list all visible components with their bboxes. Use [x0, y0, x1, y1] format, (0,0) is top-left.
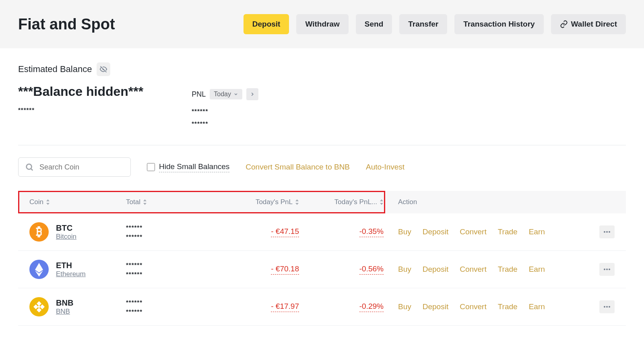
col-header-pnl[interactable]: Today's PnL — [219, 198, 307, 206]
svg-point-4 — [604, 269, 605, 270]
estimated-balance-label: Estimated Balance — [18, 64, 92, 74]
svg-point-0 — [27, 164, 32, 170]
total-hidden-2: ****** — [126, 271, 219, 277]
pnl-value: - €17.97 — [271, 302, 299, 312]
chevron-right-icon — [250, 91, 255, 97]
pnl-pct-value: -0.35% — [359, 227, 384, 237]
trade-link[interactable]: Trade — [498, 302, 518, 311]
pnl-value: - €70.18 — [271, 265, 299, 275]
chevron-down-icon — [233, 92, 238, 97]
earn-link[interactable]: Earn — [529, 265, 545, 274]
more-actions-button[interactable] — [599, 300, 615, 313]
balance-left: ***Balance hidden*** ****** — [18, 84, 143, 113]
svg-point-1 — [604, 231, 605, 233]
coin-name-link[interactable]: Bitcoin — [56, 233, 76, 241]
deposit-link[interactable]: Deposit — [423, 302, 448, 311]
balance-hidden-text: ***Balance hidden*** — [18, 84, 143, 99]
toggle-visibility-button[interactable] — [97, 62, 110, 76]
filters-row: Hide Small Balances Convert Small Balanc… — [18, 157, 626, 177]
hide-small-balances-wrap: Hide Small Balances — [147, 162, 229, 172]
balance-area: ***Balance hidden*** ****** PNL Today ** — [18, 84, 626, 127]
table-header: Coin Total Today's PnL Today's PnL... — [18, 191, 626, 213]
earn-link[interactable]: Earn — [529, 227, 545, 236]
col-header-total-label: Total — [126, 198, 140, 206]
total-cell: ****** ****** — [126, 299, 219, 315]
col-header-action-label: Action — [398, 198, 417, 206]
actions-cell: Buy Deposit Convert Trade Earn — [388, 263, 615, 276]
pnl-pct-cell: -0.56% — [307, 265, 388, 275]
sort-icon — [380, 199, 384, 205]
col-header-total[interactable]: Total — [126, 198, 219, 206]
total-hidden-1: ****** — [126, 261, 219, 268]
search-coin-input[interactable] — [39, 163, 133, 172]
col-header-coin-label: Coin — [29, 198, 43, 206]
content: Estimated Balance ***Balance hidden*** *… — [0, 48, 644, 339]
buy-link[interactable]: Buy — [398, 265, 411, 274]
trade-link[interactable]: Trade — [498, 265, 518, 274]
pnl-range-dropdown[interactable]: Today — [210, 89, 242, 99]
table-row: ETH Ethereum ****** ****** - €70.18 -0.5… — [18, 251, 626, 288]
search-icon — [25, 163, 34, 172]
buy-link[interactable]: Buy — [398, 227, 411, 236]
pnl-value: - €47.15 — [271, 227, 299, 237]
balances-table: Coin Total Today's PnL Today's PnL... — [18, 191, 626, 326]
coin-cell: BNB BNB — [29, 297, 126, 316]
convert-small-balance-link[interactable]: Convert Small Balance to BNB — [246, 163, 350, 172]
svg-point-7 — [604, 306, 605, 308]
more-actions-button[interactable] — [599, 225, 615, 238]
hide-small-balances-checkbox[interactable] — [147, 163, 155, 171]
svg-point-2 — [606, 231, 608, 233]
pnl-label: PNL — [192, 90, 206, 99]
search-coin-wrap[interactable] — [18, 157, 131, 177]
col-header-pnl-pct[interactable]: Today's PnL... — [307, 198, 388, 206]
pnl-pct-value: -0.56% — [359, 265, 384, 275]
trade-link[interactable]: Trade — [498, 227, 518, 236]
deposit-button[interactable]: Deposit — [244, 14, 289, 34]
pnl-hidden-1: ****** — [192, 107, 258, 114]
deposit-link[interactable]: Deposit — [423, 265, 448, 274]
more-actions-button[interactable] — [599, 263, 615, 276]
coin-name-link[interactable]: BNB — [56, 308, 73, 316]
pnl-next-button[interactable] — [246, 88, 258, 100]
top-actions: Deposit Withdraw Send Transfer Transacti… — [244, 14, 626, 34]
pnl-block: PNL Today ****** ****** — [192, 84, 258, 127]
coin-symbol: BTC — [56, 223, 76, 233]
col-header-pnl-pct-label: Today's PnL... — [334, 198, 377, 206]
page-title: Fiat and Spot — [18, 16, 115, 33]
total-hidden-2: ****** — [126, 308, 219, 315]
svg-point-8 — [606, 306, 608, 308]
transaction-history-button[interactable]: Transaction History — [454, 14, 543, 34]
send-button[interactable]: Send — [356, 14, 392, 34]
convert-link[interactable]: Convert — [460, 227, 487, 236]
balance-hidden-sub: ****** — [18, 106, 143, 113]
link-icon — [560, 20, 568, 28]
top-bar: Fiat and Spot Deposit Withdraw Send Tran… — [0, 0, 644, 48]
convert-link[interactable]: Convert — [460, 265, 487, 274]
total-cell: ****** ****** — [126, 224, 219, 240]
total-cell: ****** ****** — [126, 261, 219, 277]
bnb-icon — [29, 297, 49, 316]
coin-cell: BTC Bitcoin — [29, 222, 126, 242]
coin-name-link[interactable]: Ethereum — [56, 270, 86, 278]
sort-icon — [143, 199, 147, 205]
buy-link[interactable]: Buy — [398, 302, 411, 311]
pnl-range-text: Today — [214, 91, 231, 98]
wallet-direct-button[interactable]: Wallet Direct — [551, 14, 626, 34]
deposit-link[interactable]: Deposit — [423, 227, 448, 236]
col-header-coin[interactable]: Coin — [29, 198, 126, 206]
wallet-direct-label: Wallet Direct — [571, 20, 617, 29]
svg-point-5 — [606, 269, 608, 270]
pnl-cell: - €17.97 — [219, 302, 307, 312]
coin-symbol: ETH — [56, 261, 86, 270]
col-header-action: Action — [388, 198, 615, 206]
convert-link[interactable]: Convert — [460, 302, 487, 311]
pnl-hidden-2: ****** — [192, 120, 258, 127]
withdraw-button[interactable]: Withdraw — [296, 14, 348, 34]
btc-icon — [29, 222, 49, 242]
transfer-button[interactable]: Transfer — [399, 14, 447, 34]
balance-label-row: Estimated Balance — [18, 62, 626, 76]
hide-small-balances-label: Hide Small Balances — [159, 162, 229, 172]
earn-link[interactable]: Earn — [529, 302, 545, 311]
pnl-header-row: PNL Today — [192, 88, 258, 100]
auto-invest-link[interactable]: Auto-Invest — [366, 163, 405, 172]
